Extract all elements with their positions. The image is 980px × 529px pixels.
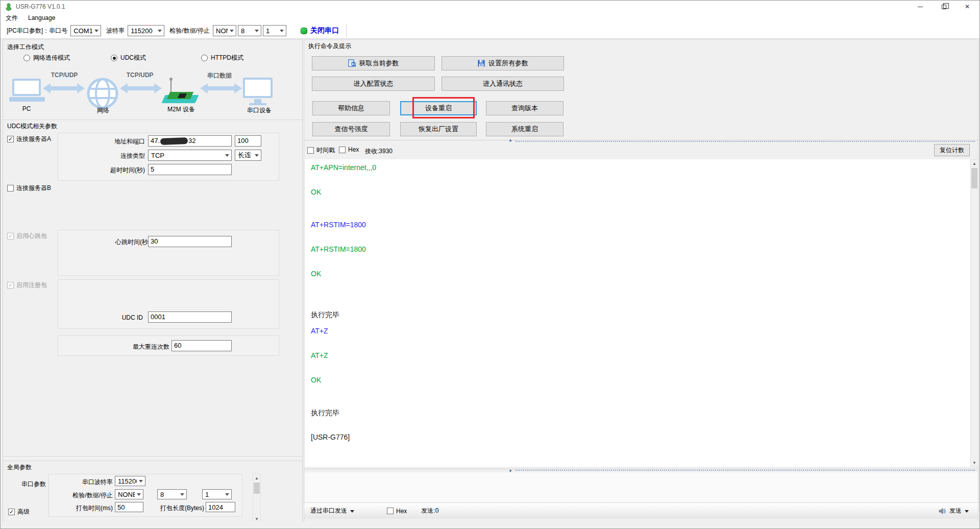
frame-label: 检验/数据/停止 [169, 27, 210, 35]
databits-select[interactable]: 8 [238, 25, 261, 36]
checkbox-send-hex[interactable]: Hex [387, 508, 407, 515]
baud-select[interactable]: 115200 [128, 25, 164, 36]
reset-counter-button[interactable]: 复位计数 [934, 144, 970, 156]
enter-config-state-button[interactable]: 进入配置状态 [312, 77, 435, 91]
parity-select[interactable]: NONI [213, 25, 236, 36]
checkbox-timestamp[interactable]: 时间戳 [307, 146, 335, 155]
server-a-port-input[interactable]: 100 [235, 135, 261, 147]
redacted-text [160, 137, 188, 145]
get-params-button[interactable]: 获取当前参数 [312, 56, 435, 70]
log-line [311, 368, 970, 376]
system-restart-button[interactable]: 系统重启 [486, 122, 564, 136]
udcid-input[interactable]: 0001 [148, 311, 232, 323]
work-mode-caption: 选择工作模式 [7, 43, 44, 52]
send-audio-icon [938, 507, 946, 515]
app-logo-icon [5, 3, 13, 11]
scroll-up-icon[interactable]: ▲ [253, 474, 260, 482]
log-line: AT+APN=internet,,,0 [311, 163, 970, 172]
radio-net-transparent-mode[interactable]: 网络透传模式 [23, 54, 70, 62]
reconnect-input[interactable]: 60 [172, 340, 232, 351]
checkbox-icon [8, 509, 15, 515]
link-label-serialdata: 串口数据 [205, 71, 234, 80]
stopbits-select[interactable]: 1 [263, 25, 286, 36]
factory-reset-button[interactable]: 恢复出厂设置 [400, 122, 477, 136]
com-port-select[interactable]: COM10 [70, 25, 101, 36]
timeout-input[interactable]: 5 [148, 164, 232, 175]
checkbox-recv-hex[interactable]: Hex [339, 146, 359, 153]
send-button[interactable]: 发送 [949, 507, 962, 515]
minimize-button[interactable] [909, 1, 932, 13]
chevron-down-icon [139, 480, 143, 485]
log-line: AT+Z [311, 327, 970, 335]
global-parity-select[interactable]: NONE [115, 489, 143, 499]
log-top-splitter[interactable]: ▲ [304, 140, 978, 143]
scrollbar-thumb[interactable] [254, 483, 260, 494]
checkbox-heartbeat[interactable]: 启用心跳包 [7, 232, 47, 241]
query-signal-button[interactable]: 查信号强度 [312, 122, 390, 136]
help-info-button[interactable]: 帮助信息 [312, 101, 390, 115]
pack-time-input[interactable]: 50 [115, 502, 143, 512]
section-divider [3, 461, 302, 461]
global-stopbits-select[interactable]: 1 [202, 489, 232, 499]
node-label-network: 网络 [91, 106, 115, 115]
global-databits-select[interactable]: 8 [157, 489, 187, 499]
log-line [311, 196, 970, 204]
log-line [311, 384, 970, 392]
log-line [311, 417, 970, 425]
minimize-icon [918, 7, 923, 7]
log-line [311, 400, 970, 408]
checkbox-server-a[interactable]: 连接服务器A [7, 135, 51, 143]
send-via-dropdown[interactable]: 通过串口发送 [310, 507, 347, 515]
checkbox-advanced[interactable]: 高级 [8, 508, 30, 516]
checkbox-server-b[interactable]: 连接服务器B [7, 184, 51, 193]
scroll-down-icon[interactable]: ▼ [971, 459, 978, 466]
server-a-address-input[interactable]: 47.32 [148, 135, 232, 147]
keepalive-select[interactable]: 长连 [235, 150, 261, 161]
send-input-area[interactable] [305, 472, 978, 502]
checkbox-regpack[interactable]: 启用注册包 [7, 281, 47, 290]
scroll-down-icon[interactable]: ▼ [253, 515, 260, 522]
global-scrollbar[interactable]: ▲ ▼ [253, 474, 261, 523]
enter-comm-state-button[interactable]: 进入通讯状态 [442, 77, 564, 91]
right-panel: 执行命令及提示 获取当前参数 设置所有参数 进入配置状态 进入通讯状态 帮助信息… [304, 39, 978, 522]
port-open-indicator-icon [301, 28, 307, 34]
restore-button[interactable] [932, 1, 955, 13]
pack-len-input[interactable]: 1024 [206, 502, 235, 512]
heartbeat-time-input[interactable]: 30 [148, 236, 232, 247]
radio-udc-mode[interactable]: UDC模式 [111, 54, 146, 62]
section-divider [3, 119, 302, 120]
log-scrollbar[interactable]: ▲ ▼ [970, 159, 978, 467]
baud-label: 波特率 [106, 27, 125, 35]
addr-label: 地址和端口 [63, 137, 145, 146]
global-baud-label: 串口波特率 [54, 478, 113, 487]
checkbox-icon [7, 136, 14, 142]
menu-file[interactable]: 文件 [6, 14, 18, 22]
log-line [311, 335, 970, 343]
close-button[interactable]: ✕ [955, 1, 979, 13]
global-frame-label: 检验/数据/停止 [48, 491, 113, 500]
global-baud-select[interactable]: 115200 [115, 476, 145, 486]
log-bottom-splitter[interactable]: ▼ [304, 469, 978, 472]
collapse-up-icon[interactable]: ▲ [508, 138, 512, 142]
chevron-down-icon[interactable] [350, 510, 354, 515]
radio-httpd-mode[interactable]: HTTPD模式 [201, 54, 243, 62]
connection-type-select[interactable]: TCP [148, 150, 232, 161]
log-line [311, 237, 970, 245]
global-params-caption: 全局参数 [7, 463, 32, 472]
log-line [311, 212, 970, 221]
chevron-down-icon [94, 30, 99, 34]
log-line [311, 180, 970, 188]
query-version-button[interactable]: 查询版本 [486, 101, 564, 115]
horizontal-splitter[interactable] [3, 456, 302, 458]
chevron-down-icon[interactable] [965, 510, 969, 515]
set-all-params-button[interactable]: 设置所有参数 [442, 56, 564, 70]
menu-language[interactable]: Language [28, 14, 55, 21]
log-line [311, 319, 970, 327]
receive-log[interactable]: AT+APN=internet,,,0 OK AT+RSTIM=1800 AT+… [305, 159, 970, 467]
scroll-up-icon[interactable]: ▲ [971, 160, 978, 167]
log-line [311, 172, 970, 180]
serial-toolbar: [PC串口参数]：串口号 COM10 波特率 115200 检验/数据/停止 N… [1, 23, 979, 39]
log-line: OK [311, 270, 970, 278]
scrollbar-thumb[interactable] [971, 168, 977, 188]
close-port-button[interactable]: 关闭串口 [310, 26, 339, 35]
